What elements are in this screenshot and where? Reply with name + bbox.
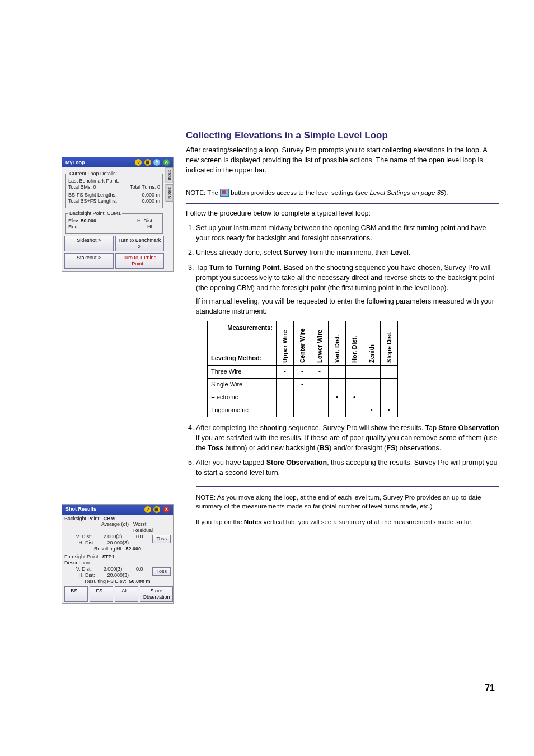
fs-button[interactable]: FS...	[90, 586, 113, 602]
help-icon[interactable]: ?	[144, 506, 151, 513]
divider	[186, 203, 499, 204]
divider	[186, 181, 499, 181]
hi-label: HI:	[147, 224, 154, 230]
bs-point-value: CBM	[104, 516, 115, 521]
hdist-label: H. Dist:	[64, 540, 95, 546]
vdist2-value: 2.000(3)	[96, 566, 122, 572]
step-3: Tap Turn to Turning Point. Based on the …	[196, 263, 499, 417]
window-title: MyLoop	[65, 160, 85, 166]
follow-paragraph: Follow the procedure below to complete a…	[186, 208, 499, 218]
vdist-label: V. Dist:	[64, 566, 92, 572]
sideshot-button[interactable]: Sideshot >	[64, 236, 114, 251]
description-label: Description:	[64, 560, 91, 566]
average-header: Average (of)	[100, 521, 129, 534]
toss-button[interactable]: Toss	[152, 535, 171, 543]
map-icon[interactable]: ▦	[144, 159, 151, 166]
input-tab[interactable]: Input	[166, 167, 174, 183]
col-header: Center Wire	[294, 321, 311, 366]
store-observation-button[interactable]: Store Observation	[140, 586, 173, 602]
steps-list: Set up your instrument midway between th…	[186, 223, 499, 533]
col-header: Vert. Dist.	[329, 321, 346, 366]
bsfs2-label: Total BS+FS Lengths:	[68, 198, 117, 204]
close-icon[interactable]: ✕	[163, 506, 170, 513]
table-row: Single Wire •	[208, 379, 398, 391]
residual-header: Worst Residual	[133, 521, 162, 534]
close-icon[interactable]: ✕	[163, 159, 170, 166]
resulting-hi-value: 52.000	[126, 546, 142, 552]
bsfs-label: BS-FS Sight Lengths:	[68, 192, 117, 198]
step-4: After completing the shooting sequence, …	[196, 423, 499, 453]
map-icon[interactable]: ▦	[153, 506, 160, 513]
table-row: Trigonometric • •	[208, 404, 398, 417]
resulting-hi-label: Resulting HI:	[94, 546, 123, 552]
bs-point-label: Backsight Point:	[64, 516, 101, 521]
group-legend: Backsight Point: CBM1	[68, 211, 122, 217]
turn-to-benchmark-button[interactable]: Turn to Benchmark >	[115, 236, 165, 251]
bs-button[interactable]: BS...	[64, 586, 88, 602]
current-loop-details-group: Current Loop Details: Last Benchmark Poi…	[65, 171, 163, 208]
hi-value: ---	[155, 224, 160, 230]
fs-point-label: Foresight Point:	[64, 554, 100, 559]
rod-label: Rod:	[68, 224, 79, 230]
resulting-fs-value: 50.000 m	[129, 578, 151, 584]
total-turns-value: 0	[157, 184, 160, 190]
table-corner: Measurements: Leveling Method:	[208, 321, 277, 366]
vdist2-residual: 0.0	[127, 566, 152, 572]
vdist-value: 2.000(3)	[96, 534, 122, 540]
step-2: Unless already done, select Survey from …	[196, 248, 499, 258]
bsfs-value: 0.000 m	[142, 192, 160, 198]
col-header: Zenith	[363, 321, 381, 366]
hdist-label: H. Dist:	[64, 572, 95, 578]
settings-icon[interactable]: ⚑	[153, 159, 160, 166]
notes-tab[interactable]: Notes	[166, 184, 174, 202]
elev-value: 50.000	[81, 218, 97, 223]
intro-paragraph: After creating/selecting a loop, Survey …	[186, 145, 499, 175]
col-header: Hor. Dist.	[346, 321, 363, 366]
note-2a: NOTE: As you move along the loop, at the…	[196, 493, 499, 511]
help-icon[interactable]: ?	[135, 159, 142, 166]
backsight-point-group: Backsight Point: CBM1 Elev: 50.000 H. Di…	[65, 211, 163, 234]
section-heading: Collecting Elevations in a Simple Level …	[186, 129, 499, 143]
resulting-fs-label: Resulting FS Elev:	[85, 578, 126, 584]
stakeout-button[interactable]: Stakeout >	[64, 253, 114, 269]
level-settings-icon	[220, 189, 229, 197]
total-turns-label: Total Turns:	[130, 184, 156, 190]
elev-label: Elev:	[68, 218, 79, 223]
divider	[196, 533, 499, 533]
col-header: Lower Wire	[311, 321, 329, 366]
vdist-residual: 0.0	[127, 534, 152, 540]
bsfs2-value: 0.000 m	[142, 198, 160, 204]
total-bms-value: 0	[93, 184, 96, 190]
measurements-table: Measurements: Leveling Method: Upper Wir…	[207, 321, 398, 417]
shot-results-screenshot: Shot Results ? ▦ ✕ Backsight Point: CBM …	[62, 504, 174, 604]
rod-value: ---	[81, 224, 86, 230]
myloop-screenshot: MyLoop ? ▦ ⚑ ✕ Input Notes Current Loop …	[62, 157, 174, 272]
hdist-label: H. Dist:	[137, 218, 154, 223]
hdist2-value: 20.000(3)	[100, 572, 129, 578]
hdist-value: ---	[155, 218, 160, 223]
table-row: Electronic • •	[208, 391, 398, 404]
note-2b: If you tap on the Notes vertical tab, yo…	[196, 517, 499, 526]
divider	[196, 486, 499, 487]
col-header: Slope Dist.	[381, 321, 398, 366]
fs-point-value: $TP1	[102, 554, 115, 559]
vdist-label: V. Dist:	[64, 534, 92, 540]
page-number: 71	[485, 682, 495, 694]
total-bms-label: Total BMs:	[68, 184, 92, 190]
step-1: Set up your instrument midway between th…	[196, 223, 499, 243]
last-bm-label: Last Benchmark Point:	[68, 178, 119, 184]
table-row: Three Wire • • •	[208, 366, 398, 379]
all-button[interactable]: All...	[115, 586, 138, 602]
last-bm-value: ---	[120, 178, 125, 184]
step-5: After you have tapped Store Observation,…	[196, 458, 499, 533]
turn-to-turning-point-button[interactable]: Turn to Turning Point...	[115, 253, 165, 269]
hdist-value: 20.000(3)	[100, 540, 129, 546]
step-3-sub: If in manual leveling, you will be reque…	[196, 296, 499, 316]
window-title: Shot Results	[65, 506, 96, 512]
col-header: Upper Wire	[277, 321, 294, 366]
toss-button[interactable]: Toss	[152, 567, 171, 576]
group-legend: Current Loop Details:	[68, 171, 118, 177]
note-1: NOTE: The button provides access to the …	[186, 188, 499, 197]
